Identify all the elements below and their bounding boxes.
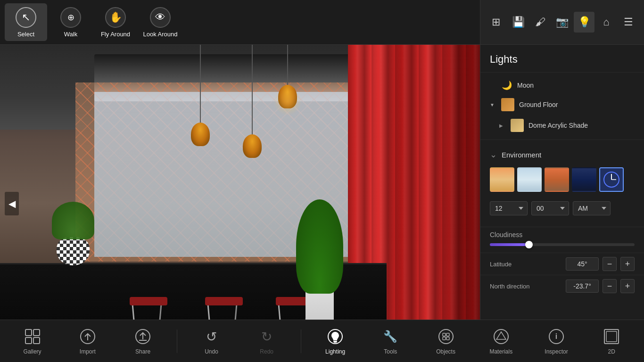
light-item-ground-floor[interactable]: ▼ Ground Floor xyxy=(480,94,644,115)
bottom-gallery-btn[interactable]: Gallery xyxy=(11,322,54,360)
bottom-objects-btn[interactable]: Objects xyxy=(425,322,467,360)
time-row: 12123 4567 891011 00153045 AMPM xyxy=(480,197,644,222)
svg-marker-22 xyxy=(496,332,506,339)
lights-title: Lights xyxy=(480,45,644,73)
lighting-label: Lighting xyxy=(325,348,345,355)
latitude-label: Latitude xyxy=(490,261,562,268)
svg-rect-18 xyxy=(446,333,449,336)
right-panel: ⊞ 💾 🖌 📷 💡 ⌂ ☰ Lights 🌙 Moon ▼ Ground Flo… xyxy=(480,0,644,362)
moon-icon: 🌙 xyxy=(501,80,512,90)
dome-arrow: ▶ xyxy=(499,123,506,128)
preset-row xyxy=(480,165,644,197)
environment-label: Environment xyxy=(502,151,541,159)
scene: ◀ xyxy=(0,45,480,362)
tool-look-around[interactable]: 👁 Look Around xyxy=(139,3,182,41)
north-direction-label: North direction xyxy=(490,283,562,290)
top-toolbar: ↖ Select ⊕ Walk ✋ Fly Around 👁 Look Arou… xyxy=(0,0,480,45)
tools-label: Tools xyxy=(384,348,397,355)
look-around-icon: 👁 xyxy=(150,7,171,28)
svg-rect-26 xyxy=(606,331,617,342)
north-direction-row: North direction -23.7° − + xyxy=(480,275,644,297)
tools-icon: 🔧 xyxy=(381,327,400,346)
objects-icon xyxy=(437,327,455,346)
cloudiness-label: Cloudiness xyxy=(490,231,635,239)
undo-icon: ↺ xyxy=(202,327,221,346)
period-select[interactable]: AMPM xyxy=(573,201,611,215)
tool-fly-around[interactable]: ✋ Fly Around xyxy=(94,3,137,41)
bottom-import-btn[interactable]: Import xyxy=(66,322,109,360)
panel-light-btn[interactable]: 💡 xyxy=(574,12,594,33)
tool-walk[interactable]: ⊕ Walk xyxy=(50,3,92,41)
svg-rect-7 xyxy=(33,337,40,344)
cloudiness-fill xyxy=(490,243,529,246)
inspector-label: Inspector xyxy=(545,348,568,355)
environment-header[interactable]: ⌄ Environment xyxy=(480,145,644,165)
objects-label: Objects xyxy=(436,348,455,355)
light-item-moon[interactable]: 🌙 Moon xyxy=(480,76,644,94)
latitude-minus-btn[interactable]: − xyxy=(603,257,617,271)
preset-dusk-btn[interactable] xyxy=(545,167,569,192)
preset-custom-btn[interactable] xyxy=(599,167,624,192)
north-direction-minus-btn[interactable]: − xyxy=(603,279,617,293)
minute-select[interactable]: 00153045 xyxy=(531,201,569,215)
redo-icon: ↻ xyxy=(257,327,276,346)
panel-toolbar: ⊞ 💾 🖌 📷 💡 ⌂ ☰ xyxy=(480,0,644,45)
latitude-plus-btn[interactable]: + xyxy=(620,257,635,271)
checkered-vase xyxy=(57,237,90,265)
bottom-materials-btn[interactable]: Materials xyxy=(480,322,522,360)
panel-home-btn[interactable]: ⌂ xyxy=(596,12,617,33)
import-icon xyxy=(78,327,97,346)
svg-point-16 xyxy=(439,329,453,344)
bottom-toolbar: Gallery Import Share ↺ Undo ↻ Redo Light… xyxy=(0,320,644,362)
plant-right xyxy=(296,199,343,322)
plant-1 xyxy=(52,202,94,239)
north-direction-value: -23.7° xyxy=(566,280,599,293)
nav-left-arrow[interactable]: ◀ xyxy=(5,192,19,215)
import-label: Import xyxy=(80,348,96,355)
panel-paint-btn[interactable]: 🖌 xyxy=(530,12,551,33)
bottom-undo-btn[interactable]: ↺ Undo xyxy=(190,322,232,360)
svg-rect-19 xyxy=(443,337,446,340)
preset-night-btn[interactable] xyxy=(572,167,596,192)
dome-label: Dome Acrylic Shade xyxy=(528,122,588,129)
pendant-lamp-3 xyxy=(240,45,264,163)
ground-floor-arrow: ▼ xyxy=(490,102,496,107)
bottom-share-btn[interactable]: Share xyxy=(122,322,164,360)
cloudiness-thumb[interactable] xyxy=(525,241,533,248)
north-direction-plus-btn[interactable]: + xyxy=(620,279,635,293)
svg-text:i: i xyxy=(555,332,557,340)
divider-1 xyxy=(177,329,177,353)
panel-list-btn[interactable]: ☰ xyxy=(618,12,639,33)
panel-content: Lights 🌙 Moon ▼ Ground Floor ▶ Dome Acry… xyxy=(480,45,644,362)
bottom-tools-btn[interactable]: 🔧 Tools xyxy=(369,322,412,360)
env-toggle-icon: ⌄ xyxy=(490,149,497,160)
dome-thumb xyxy=(511,119,524,132)
divider-2 xyxy=(301,329,301,353)
preset-dawn-btn[interactable] xyxy=(490,167,514,192)
tool-walk-label: Walk xyxy=(64,31,77,38)
panel-camera-btn[interactable]: 📷 xyxy=(552,12,572,33)
bottom-lighting-btn[interactable]: Lighting xyxy=(314,322,356,360)
redo-label: Redo xyxy=(260,348,273,355)
bottom-inspector-btn[interactable]: i Inspector xyxy=(535,322,578,360)
ground-floor-thumb xyxy=(501,98,514,111)
panel-save-btn[interactable]: 💾 xyxy=(508,12,528,33)
inspector-icon: i xyxy=(547,327,566,346)
materials-icon xyxy=(492,327,511,346)
tool-select-label: Select xyxy=(17,31,34,38)
bottom-redo-btn: ↻ Redo xyxy=(246,322,288,360)
materials-label: Materials xyxy=(489,348,512,355)
svg-rect-5 xyxy=(33,329,40,336)
panel-furniture-btn[interactable]: ⊞ xyxy=(486,12,506,33)
pendant-lamp-1 xyxy=(273,45,302,111)
gallery-label: Gallery xyxy=(24,348,41,355)
latitude-value: 45° xyxy=(566,257,599,271)
bottom-2d-btn[interactable]: 2D xyxy=(590,322,633,360)
tool-select[interactable]: ↖ Select xyxy=(5,3,47,41)
cloudiness-section: Cloudiness xyxy=(480,227,644,253)
cloudiness-slider[interactable] xyxy=(490,243,635,246)
hour-select[interactable]: 12123 4567 891011 xyxy=(490,201,528,215)
preset-day-btn[interactable] xyxy=(517,167,542,192)
light-item-dome[interactable]: ▶ Dome Acrylic Shade xyxy=(490,115,644,136)
ground-floor-label: Ground Floor xyxy=(519,101,558,108)
